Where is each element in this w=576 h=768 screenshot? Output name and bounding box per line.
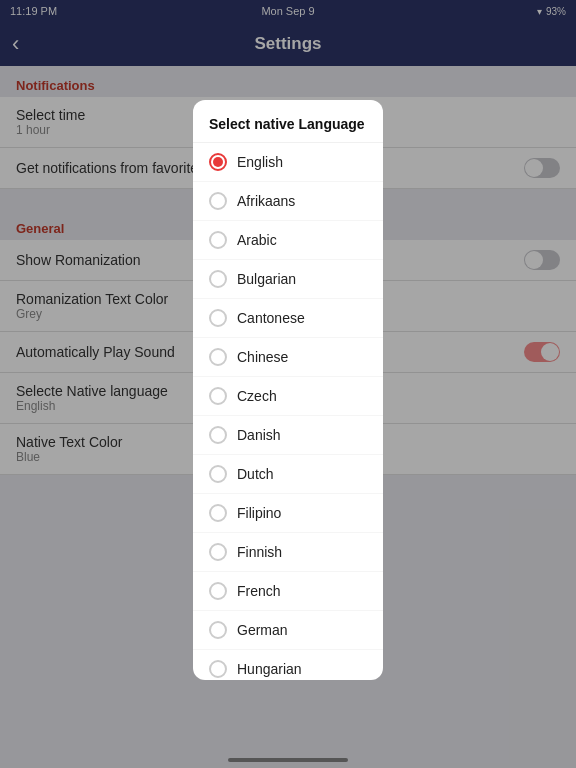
- modal-overlay[interactable]: Select native Language EnglishAfrikaansA…: [0, 0, 576, 768]
- language-label: French: [237, 583, 281, 599]
- language-option[interactable]: Arabic: [193, 221, 383, 260]
- language-label: Filipino: [237, 505, 281, 521]
- radio-english: [209, 153, 227, 171]
- radio-hungarian: [209, 660, 227, 678]
- language-label: Cantonese: [237, 310, 305, 326]
- radio-dutch: [209, 465, 227, 483]
- language-label: Arabic: [237, 232, 277, 248]
- language-option[interactable]: Hungarian: [193, 650, 383, 680]
- radio-filipino: [209, 504, 227, 522]
- radio-chinese: [209, 348, 227, 366]
- language-label: Czech: [237, 388, 277, 404]
- language-option[interactable]: Danish: [193, 416, 383, 455]
- language-modal: Select native Language EnglishAfrikaansA…: [193, 100, 383, 680]
- radio-french: [209, 582, 227, 600]
- language-label: Bulgarian: [237, 271, 296, 287]
- language-label: German: [237, 622, 288, 638]
- language-label: Chinese: [237, 349, 288, 365]
- language-label: Danish: [237, 427, 281, 443]
- language-list: EnglishAfrikaansArabicBulgarianCantonese…: [193, 143, 383, 680]
- language-label: English: [237, 154, 283, 170]
- language-option[interactable]: Dutch: [193, 455, 383, 494]
- radio-cantonese: [209, 309, 227, 327]
- language-option[interactable]: Finnish: [193, 533, 383, 572]
- language-label: Finnish: [237, 544, 282, 560]
- language-option[interactable]: French: [193, 572, 383, 611]
- language-option[interactable]: Chinese: [193, 338, 383, 377]
- language-option[interactable]: Afrikaans: [193, 182, 383, 221]
- language-label: Afrikaans: [237, 193, 295, 209]
- language-option[interactable]: Filipino: [193, 494, 383, 533]
- language-option[interactable]: Bulgarian: [193, 260, 383, 299]
- radio-afrikaans: [209, 192, 227, 210]
- radio-czech: [209, 387, 227, 405]
- language-label: Dutch: [237, 466, 274, 482]
- modal-title: Select native Language: [193, 100, 383, 143]
- language-option[interactable]: English: [193, 143, 383, 182]
- radio-german: [209, 621, 227, 639]
- language-option[interactable]: Czech: [193, 377, 383, 416]
- radio-bulgarian: [209, 270, 227, 288]
- language-option[interactable]: German: [193, 611, 383, 650]
- language-option[interactable]: Cantonese: [193, 299, 383, 338]
- home-indicator: [228, 758, 348, 762]
- radio-finnish: [209, 543, 227, 561]
- language-label: Hungarian: [237, 661, 302, 677]
- radio-arabic: [209, 231, 227, 249]
- radio-danish: [209, 426, 227, 444]
